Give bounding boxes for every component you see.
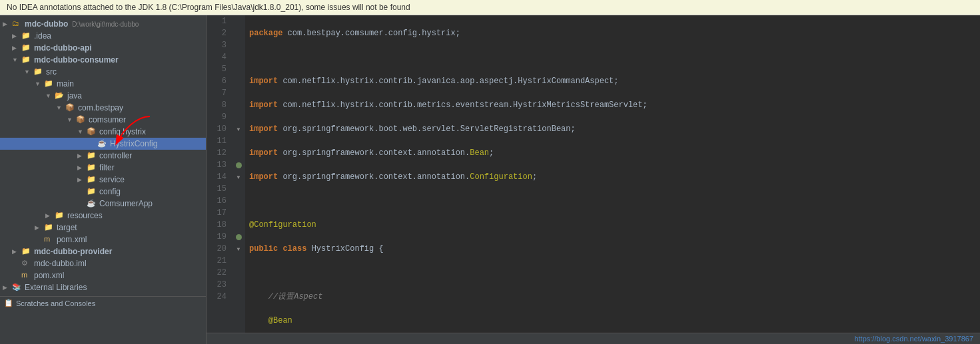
tree-label: filter (99, 163, 115, 172)
tree-item-idea[interactable]: ▶ 📁 .idea (0, 30, 206, 42)
code-line-4: import com.netflix.hystrix.contrib.metri… (249, 99, 980, 111)
project-icon: 🗂 (12, 19, 23, 29)
tree-label: HystrixConfig (110, 139, 157, 148)
scratches-label: Scratches and Consoles (16, 299, 95, 307)
java-src-icon: 📂 (55, 91, 65, 100)
bean-gutter-13 (236, 162, 242, 168)
java-main-icon: ☕ (87, 199, 97, 208)
tree-item-ComsumerApp[interactable]: ☕ ComsumerApp (0, 198, 206, 210)
resources-icon: 📁 (55, 211, 65, 220)
code-editor: 1 2 3 4 5 6 7 8 9 10 11 12 13 14 15 16 1… (207, 15, 980, 344)
arrow-controller: ▶ (77, 152, 87, 159)
pom-icon: m (44, 235, 55, 244)
arrow-idea: ▶ (12, 33, 21, 39)
arrow-comsumer: ▼ (67, 116, 76, 123)
tree-label: mdc-dubbo-provider (34, 247, 112, 256)
code-text-area[interactable]: package com.bestpay.comsumer.config.hyst… (245, 15, 980, 333)
module-icon: 📁 (21, 43, 32, 53)
code-line-9: @Configuration (249, 219, 980, 231)
tree-label: resources (67, 211, 103, 220)
src-icon: 📁 (33, 67, 44, 77)
tree-label: main (57, 79, 74, 88)
tree-item-config-hystrix[interactable]: ▼ 📦 config.hystrix (0, 126, 206, 138)
tree-label: pom.xml (34, 271, 64, 280)
code-line-3: import com.netflix.hystrix.contrib.javan… (249, 75, 980, 87)
arrow-main: ▼ (35, 81, 44, 87)
main-icon: 📁 (44, 79, 55, 88)
tree-label: config.hystrix (99, 127, 146, 136)
tree-item-pom-root[interactable]: m pom.xml (0, 269, 206, 281)
code-line-8 (249, 195, 980, 207)
arrow-bestpay: ▼ (56, 104, 65, 111)
status-bar: https://blog.csdn.net/waxin_3917867 (207, 333, 980, 344)
arrow-service: ▶ (77, 176, 87, 183)
arrow-consumer: ▼ (12, 57, 21, 63)
tree-item-src[interactable]: ▼ 📁 src (0, 66, 206, 78)
arrow-filter: ▶ (77, 164, 87, 171)
module-icon: 📁 (21, 247, 32, 256)
tree-item-target[interactable]: ▶ 📁 target (0, 222, 206, 234)
tree-label: mdc-dubbo-api (34, 43, 92, 53)
tree-label: controller (99, 151, 132, 160)
tree-item-config[interactable]: 📁 config (0, 186, 206, 198)
tree-item-main[interactable]: ▼ 📁 main (0, 78, 206, 90)
code-line-11 (249, 267, 980, 279)
arrow-api: ▶ (12, 45, 21, 51)
code-line-6: import org.springframework.context.annot… (249, 147, 980, 159)
folder-icon: 📁 (87, 175, 97, 184)
code-line-1: package com.bestpay.comsumer.config.hyst… (249, 27, 980, 39)
tree-item-mdc-dubbo-provider[interactable]: ▶ 📁 mdc-dubbo-provider (0, 246, 206, 258)
tree-item-mdc-dubbo[interactable]: ▶ 🗂 mdc-dubbo D:\work\git\mdc-dubbo (0, 18, 206, 30)
tree-label: mdc-dubbo.iml (34, 259, 87, 268)
code-line-10: public class HystrixConfig { (249, 243, 980, 255)
folder-icon: 📁 (87, 151, 97, 160)
tree-item-mdc-dubbo-consumer[interactable]: ▼ 📁 mdc-dubbo-consumer (0, 54, 206, 66)
tree-item-service[interactable]: ▶ 📁 service (0, 174, 206, 186)
tree-item-controller[interactable]: ▶ 📁 controller (0, 150, 206, 162)
tree-item-comsumer[interactable]: ▼ 📦 comsumer (0, 114, 206, 126)
java-file-icon: ☕ (97, 139, 108, 148)
tree-item-external-libs[interactable]: ▶ 📚 External Libraries (0, 281, 206, 293)
code-line-12: //设置Aspect (249, 291, 980, 303)
code-line-2 (249, 51, 980, 63)
scratches-consoles[interactable]: 📋 Scratches and Consoles (0, 296, 206, 309)
tree-item-com-bestpay[interactable]: ▼ 📦 com.bestpay (0, 102, 206, 114)
bean-gutter-19 (236, 234, 242, 240)
tree-item-filter[interactable]: ▶ 📁 filter (0, 162, 206, 174)
tree-item-resources[interactable]: ▶ 📁 resources (0, 210, 206, 222)
iml-icon: ⚙ (21, 259, 32, 268)
tree-item-mdc-dubbo-iml[interactable]: ⚙ mdc-dubbo.iml (0, 258, 206, 269)
fold-line-10[interactable]: ▼ (237, 126, 241, 132)
tree-item-java[interactable]: ▼ 📂 java (0, 90, 206, 102)
tree-label: config (99, 187, 121, 196)
line-numbers: 1 2 3 4 5 6 7 8 9 10 11 12 13 14 15 16 1… (207, 15, 232, 333)
arrow-java: ▼ (45, 92, 55, 99)
package-icon: 📦 (87, 127, 97, 136)
tree-item-mdc-dubbo-api[interactable]: ▶ 📁 mdc-dubbo-api (0, 42, 206, 54)
tree-label: mdc-dubbo-consumer (34, 55, 119, 65)
target-icon: 📁 (44, 223, 55, 232)
tree-label: .idea (34, 31, 51, 41)
fold-line-20[interactable]: ▼ (237, 246, 241, 252)
status-url: https://blog.csdn.net/waxin_3917867 (854, 335, 973, 343)
package-icon: 📦 (76, 115, 87, 124)
tree-label: External Libraries (25, 283, 87, 292)
tree-label: com.bestpay (78, 103, 123, 112)
tree-item-pom-consumer[interactable]: m pom.xml (0, 234, 206, 246)
folder-icon: 📁 (87, 187, 97, 196)
code-scroll-area[interactable]: 1 2 3 4 5 6 7 8 9 10 11 12 13 14 15 16 1… (207, 15, 980, 333)
gutter-icons: ▼ ▼ ▼ (232, 15, 245, 333)
tree-label: src (46, 67, 57, 77)
arrow-target: ▶ (35, 224, 44, 231)
tree-item-HystrixConfig[interactable]: ☕ HystrixConfig (0, 138, 206, 150)
arrow-resources: ▶ (45, 212, 55, 219)
tree-label: java (67, 91, 82, 100)
tree-label: ComsumerApp (99, 199, 153, 208)
scratches-icon: 📋 (4, 299, 13, 307)
tree-label: comsumer (89, 115, 126, 124)
tree-label: mdc-dubbo (25, 19, 68, 29)
tree-label: service (99, 175, 125, 184)
arrow-config-hystrix: ▼ (77, 128, 87, 135)
fold-line-14[interactable]: ▼ (237, 174, 241, 180)
warning-text: No IDEA annotations attached to the JDK … (7, 3, 410, 12)
